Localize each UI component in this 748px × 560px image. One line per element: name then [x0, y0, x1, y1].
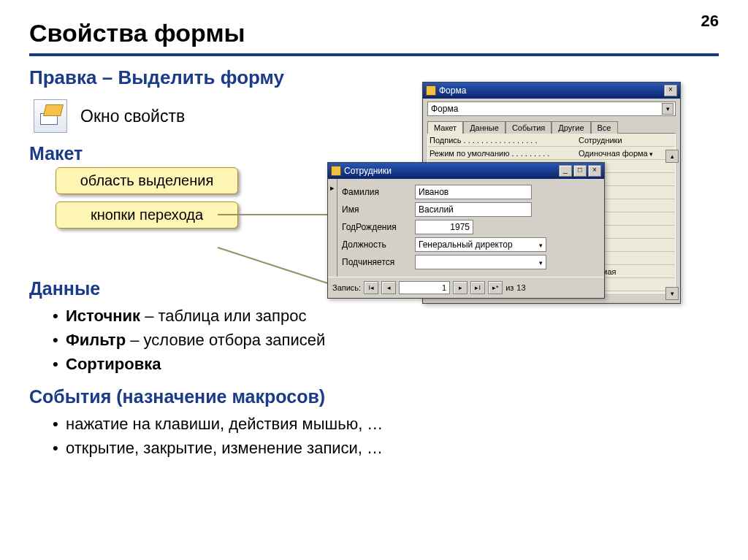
text-field[interactable] [415, 255, 546, 269]
close-icon[interactable]: × [588, 165, 601, 177]
nav-new-button[interactable]: ▸* [488, 281, 503, 294]
text-field[interactable]: Иванов [415, 185, 532, 199]
list-item: нажатие на клавиши, действия мышью, … [50, 412, 719, 436]
list-item: Источник – таблица или запрос [50, 304, 719, 328]
object-selector-combo[interactable]: Форма [427, 101, 676, 116]
field-value: Василий [419, 204, 454, 215]
event-bullets: нажатие на клавиши, действия мышью, … от… [50, 412, 719, 460]
list-item: Фильтр – условие отбора записей [50, 328, 719, 352]
chevron-down-icon[interactable] [662, 103, 673, 115]
window-title: Форма [439, 85, 466, 96]
tab-события[interactable]: События [505, 121, 552, 134]
data-bullets: Источник – таблица или запрос Фильтр – у… [50, 304, 719, 376]
property-key: Режим по умолчанию . . . . . . . . . [430, 149, 579, 158]
nav-of-label: из [505, 283, 514, 292]
tab-макет[interactable]: Макет [427, 121, 463, 134]
bullet-rest: – таблица или запрос [140, 307, 306, 325]
employees-window: Сотрудники _ □ × ▸ ФамилияИвановИмяВасил… [327, 162, 605, 299]
field-label: Имя [342, 204, 415, 215]
title-rule [29, 53, 719, 56]
bullet-bold: Фильтр [66, 331, 126, 349]
page-number: 26 [701, 12, 719, 31]
nav-label: Запись: [332, 283, 361, 292]
form-row: ГодРождения1975 [342, 220, 600, 234]
property-row[interactable]: Подпись . . . . . . . . . . . . . . . . … [428, 134, 675, 147]
field-value: Иванов [419, 187, 449, 197]
tab-другие[interactable]: Другие [552, 121, 590, 134]
nav-last-button[interactable]: ▸I [470, 281, 485, 294]
tab-данные[interactable]: Данные [463, 121, 505, 134]
window-icon [426, 85, 436, 96]
bullet-bold: Источник [66, 307, 140, 325]
minimize-icon[interactable]: _ [559, 165, 572, 177]
titlebar[interactable]: Сотрудники _ □ × [328, 163, 604, 179]
form-row: ДолжностьГенеральный директор [342, 237, 600, 252]
form-row: Подчиняется [342, 255, 600, 269]
close-icon[interactable]: × [664, 85, 677, 96]
text-field[interactable]: Генеральный директор [415, 237, 546, 252]
text-field[interactable]: Василий [415, 202, 532, 217]
field-label: ГодРождения [342, 222, 415, 232]
record-navigator: Запись: I◂ ◂ 1 ▸ ▸I ▸* из 13 [328, 277, 604, 298]
property-value-text: Сотрудники [579, 136, 622, 145]
properties-window-label: Окно свойств [80, 107, 185, 126]
chevron-down-icon[interactable] [539, 239, 543, 250]
maximize-icon[interactable]: □ [573, 165, 587, 177]
properties-icon [34, 99, 67, 133]
titlebar[interactable]: Форма × [423, 83, 680, 99]
bullet-rest: – условие отбора записей [126, 331, 325, 349]
window-icon [331, 166, 341, 176]
combo-value: Форма [431, 104, 458, 114]
scroll-down-icon[interactable]: ▾ [665, 287, 679, 300]
page-title: Свойства формы [29, 19, 719, 47]
scrollbar[interactable]: ▴ [665, 150, 679, 163]
field-label: Подчиняется [342, 257, 415, 267]
property-value[interactable]: Сотрудники [579, 136, 673, 145]
field-label: Фамилия [342, 187, 415, 197]
field-label: Должность [342, 239, 415, 250]
property-row[interactable]: Режим по умолчанию . . . . . . . . .Один… [428, 147, 675, 160]
scroll-up-icon[interactable]: ▴ [665, 150, 679, 163]
nav-next-button[interactable]: ▸ [453, 281, 468, 294]
nav-first-button[interactable]: I◂ [364, 281, 378, 294]
text-field[interactable]: 1975 [415, 220, 473, 234]
tabs: МакетДанныеСобытияДругиеВсе [427, 120, 676, 134]
callout-selection-area: область выделения [56, 167, 238, 194]
list-item: открытие, закрытие, изменение записи, … [50, 436, 719, 460]
form-row: ИмяВасилий [342, 202, 600, 217]
connector-line [218, 214, 340, 215]
property-value[interactable]: Одиночная форма [579, 149, 673, 158]
tab-все[interactable]: Все [591, 121, 618, 134]
chevron-down-icon[interactable] [539, 257, 543, 267]
nav-current-record[interactable]: 1 [399, 281, 450, 294]
field-value: Генеральный директор [419, 239, 513, 250]
form-row: ФамилияИванов [342, 185, 600, 199]
callout-nav-buttons: кнопки перехода [56, 202, 238, 229]
property-value-text: Одиночная форма [579, 149, 648, 158]
nav-prev-button[interactable]: ◂ [381, 281, 396, 294]
window-title: Сотрудники [344, 166, 392, 176]
list-item: Сортировка [50, 352, 719, 376]
nav-total: 13 [516, 283, 525, 292]
record-selector[interactable]: ▸ [328, 179, 337, 277]
property-key: Подпись . . . . . . . . . . . . . . . . … [430, 136, 579, 145]
chevron-down-icon[interactable] [649, 149, 653, 158]
field-value: 1975 [450, 222, 470, 232]
bullet-bold: Сортировка [66, 355, 161, 373]
section-events: События (назначение макросов) [29, 386, 719, 407]
